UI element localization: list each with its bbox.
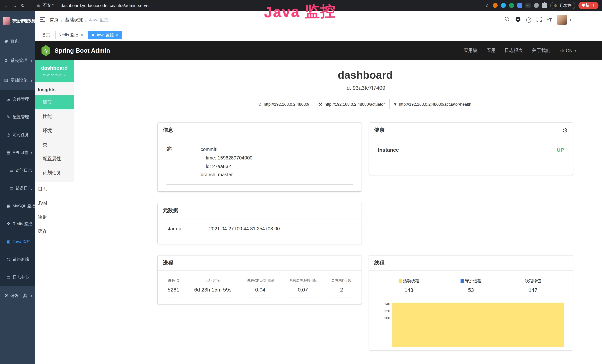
health-url-link[interactable]: ♥ http://192.168.0.2:48080/actuator/heal…	[389, 99, 476, 109]
sba-nav-journal[interactable]: 日志报表	[505, 47, 523, 54]
tab-home[interactable]: 首页	[39, 31, 54, 39]
stat-label: 进程CPU使用率	[247, 278, 274, 283]
process-card-title: 进程	[158, 256, 362, 271]
legend-square-yellow	[398, 279, 402, 283]
search-icon[interactable]	[504, 16, 510, 23]
github-icon[interactable]	[515, 16, 521, 23]
profile-paused-chip[interactable]: ☺ 已暂停	[550, 2, 575, 9]
extension-icon[interactable]	[501, 3, 505, 8]
stat-label: 进程ID	[168, 278, 179, 283]
hamburger-icon[interactable]	[40, 17, 45, 23]
sba-nav-applications[interactable]: 应用	[486, 47, 495, 54]
instance-header[interactable]: dashboard 93a3fc7f7409	[35, 60, 74, 82]
url-text[interactable]: dashboard.yudao.iocoder.cn/infra/admin-s…	[61, 3, 150, 8]
metadata-startup-row: startup 2021-04-27T00:44:31.254+08:00	[166, 221, 353, 237]
legend-square-blue	[461, 279, 464, 283]
bookmark-star-icon[interactable]: ☆	[485, 3, 489, 8]
metadata-value: 2021-04-27T00:44:31.254+08:00	[209, 226, 280, 231]
sidebar-item-system[interactable]: ⚙ 系统管理 ▾	[0, 51, 35, 70]
sidebar-item-access-logs[interactable]: ▤ 访问日志	[0, 161, 35, 179]
process-stat: CPU核心数 2	[331, 278, 353, 298]
sidebar-item-mysql-monitor[interactable]: ▦ MySQL 监控	[0, 197, 35, 215]
instance-id: 93a3fc7f7409	[38, 73, 71, 77]
browser-actions: ☆ on ☺ 已暂停 更新 ⋮	[485, 2, 599, 9]
back-icon[interactable]: ←	[4, 3, 9, 8]
sidebar-item-label: 链路追踪	[13, 257, 29, 262]
sba-content: dashboard Id: 93a3fc7f7409 ⌂ http://192.…	[74, 60, 602, 364]
sba-item-loggers[interactable]: 日志	[35, 182, 74, 196]
sba-item-jvm[interactable]: JVM	[35, 196, 74, 210]
sba-brand-title[interactable]: Spring Boot Admin	[54, 47, 110, 54]
sba-instance-sidebar: dashboard 93a3fc7f7409 Insights 细节 性能 环境…	[35, 60, 74, 364]
sba-item-scheduled-tasks[interactable]: 计划任务	[35, 166, 74, 180]
locale-selector[interactable]: zh-CN ▾	[559, 48, 576, 53]
metadata-card: 元数据 startup 2021-04-27T00:44:31.254+08:0…	[158, 203, 362, 244]
annotation-java-monitor: Java 监控	[264, 1, 336, 23]
sidebar-item-config-management[interactable]: ✎ 配置管理	[0, 108, 35, 126]
sidebar-item-error-logs[interactable]: ▤ 错误日志	[0, 179, 35, 197]
sba-item-config-props[interactable]: 配置属性	[35, 152, 74, 166]
sidebar-item-infrastructure[interactable]: ▤ 基础设施 ▴	[0, 70, 35, 90]
address-bar[interactable]: ⚠ 不安全 dashboard.yudao.iocoder.cn/infra/a…	[37, 3, 482, 8]
sidebar-item-scheduled-jobs[interactable]: ◷ 定时任务	[0, 126, 35, 143]
sidebar-item-tracing[interactable]: ◎ 链路追踪	[0, 250, 35, 268]
sidebar-item-label: 基础设施	[10, 77, 27, 83]
y-tick: 100	[378, 316, 390, 320]
legend-label: 活动线程	[403, 278, 419, 284]
font-size-icon[interactable]: TT	[547, 17, 552, 23]
info-value: commit: time: 1596289704000 id: 27aa832 …	[201, 145, 253, 179]
home-icon[interactable]: ⌂	[29, 3, 32, 8]
sidebar-item-home[interactable]: ◉ 首页	[0, 31, 35, 51]
sba-item-beans[interactable]: 类	[35, 138, 74, 152]
forward-icon[interactable]: →	[12, 3, 17, 8]
close-icon[interactable]: ×	[116, 33, 118, 37]
extension-icon[interactable]	[517, 3, 522, 8]
process-stat: 进程CPU使用率 0.04	[245, 278, 275, 298]
chrome-update-button[interactable]: 更新 ⋮	[578, 2, 599, 9]
extension-icon[interactable]	[509, 3, 514, 8]
sidebar-item-java-monitor[interactable]: ▣ Java 监控	[0, 233, 35, 250]
history-icon[interactable]	[562, 127, 568, 133]
avatar-caret-icon[interactable]: ▾	[570, 18, 571, 22]
breadcrumb-infrastructure[interactable]: 基础设施	[65, 17, 83, 23]
sba-item-mappings[interactable]: 映射	[35, 210, 74, 224]
sidebar-item-api-logs[interactable]: ▤ API 日志 ▴	[0, 143, 35, 161]
sba-item-details[interactable]: 细节	[35, 95, 74, 109]
help-icon[interactable]: ?	[526, 17, 531, 22]
actuator-url-link[interactable]: ⚒ http://192.168.0.2:48080/actuator	[314, 99, 390, 109]
sba-nav-about[interactable]: 关于我们	[532, 47, 550, 54]
extension-icon[interactable]	[493, 3, 497, 8]
threads-chart: 140 120 100	[378, 299, 564, 343]
font-size-big: T	[549, 17, 552, 23]
extensions-puzzle-icon[interactable]	[542, 3, 547, 8]
fullscreen-icon[interactable]	[537, 17, 542, 23]
kebab-menu-icon[interactable]: ⋮	[591, 3, 595, 8]
sidebar-item-dev-tools[interactable]: ⚒ 研发工具 ▾	[0, 286, 35, 306]
user-avatar[interactable]	[557, 15, 567, 25]
close-icon[interactable]: ×	[80, 33, 83, 37]
breadcrumb-home[interactable]: 首页	[50, 17, 59, 23]
tab-redis-monitor[interactable]: Redis 监控 ×	[55, 31, 86, 39]
sba-item-caches[interactable]: 缓存	[35, 224, 74, 238]
health-card-title: 健康	[374, 127, 385, 134]
not-secure-warning-icon: ⚠	[37, 3, 40, 8]
spring-boot-logo-icon[interactable]	[41, 45, 51, 56]
sidebar-item-log-center[interactable]: ▤ 日志中心	[0, 268, 35, 286]
legend-live-threads: 活动线程 143	[378, 278, 440, 293]
reload-icon[interactable]: ↻	[21, 3, 25, 8]
extension-icon[interactable]	[534, 3, 538, 8]
info-term: git	[166, 145, 201, 179]
admin-sidebar: 芋道管理系统 ◉ 首页 ⚙ 系统管理 ▾ ▤ 基础设施 ▴ ☁ 文件管理 ✎	[0, 11, 35, 364]
service-url-link[interactable]: ⌂ http://192.168.0.2:48080/	[254, 99, 314, 109]
sba-item-metrics[interactable]: 性能	[35, 109, 74, 124]
sba-item-environment[interactable]: 环境	[35, 124, 74, 138]
sidebar-item-redis-monitor[interactable]: ❖ Redis 监控	[0, 215, 35, 233]
tab-java-monitor[interactable]: Java 监控 ×	[88, 31, 122, 39]
sidebar-item-file-management[interactable]: ☁ 文件管理	[0, 90, 35, 108]
tab-label: 首页	[42, 32, 50, 38]
extension-on-icon[interactable]: on	[525, 3, 530, 8]
app-logo[interactable]: 芋道管理系统	[0, 11, 35, 31]
stat-value: 6d 23h 15m 59s	[194, 287, 232, 293]
sba-nav-wallboard[interactable]: 应用墙	[463, 47, 477, 54]
stat-label: CPU核心数	[332, 278, 352, 283]
